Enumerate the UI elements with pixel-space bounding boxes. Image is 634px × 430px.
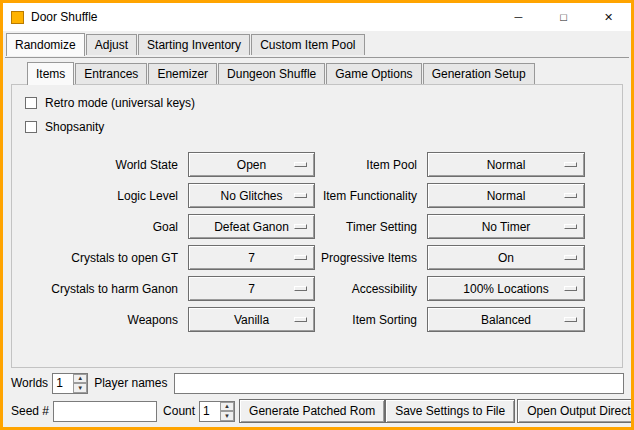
dropdown-indicator-icon bbox=[564, 255, 577, 260]
dropdown-value: Balanced bbox=[481, 313, 531, 327]
primary-tab-bar: Randomize Adjust Starting Inventory Cust… bbox=[3, 33, 631, 55]
dropdown-value: Vanilla bbox=[234, 313, 269, 327]
count-spin-up-button[interactable]: ▲ bbox=[220, 402, 234, 412]
spinner-arrows: ▲ ▼ bbox=[73, 374, 87, 393]
maximize-icon: □ bbox=[560, 12, 567, 23]
generate-patched-rom-button[interactable]: Generate Patched Rom bbox=[239, 399, 385, 423]
form-row: Logic Level No Glitches Item Functionali… bbox=[20, 180, 622, 211]
secondary-tab-bar: Items Entrances Enemizer Dungeon Shuffle… bbox=[5, 62, 629, 84]
tab-adjust[interactable]: Adjust bbox=[86, 34, 137, 55]
item-functionality-label: Item Functionality bbox=[315, 189, 427, 203]
goal-dropdown[interactable]: Defeat Ganon bbox=[188, 214, 315, 239]
tab-generation-setup[interactable]: Generation Setup bbox=[423, 63, 535, 84]
dropdown-indicator-icon bbox=[294, 286, 307, 291]
weapons-label: Weapons bbox=[20, 313, 188, 327]
tab-entrances[interactable]: Entrances bbox=[75, 63, 147, 84]
count-spin-down-button[interactable]: ▼ bbox=[220, 411, 234, 421]
form-row: Goal Defeat Ganon Timer Setting No Timer bbox=[20, 211, 622, 242]
dropdown-value: On bbox=[498, 251, 514, 265]
close-icon: ✕ bbox=[604, 12, 613, 23]
worlds-spin-up-button[interactable]: ▲ bbox=[73, 374, 87, 384]
dropdown-indicator-icon bbox=[294, 317, 307, 322]
item-sorting-label: Item Sorting bbox=[315, 313, 427, 327]
shopsanity-checkbox[interactable] bbox=[25, 121, 37, 133]
count-label: Count bbox=[163, 404, 195, 418]
dropdown-indicator-icon bbox=[564, 317, 577, 322]
count-value: 1 bbox=[200, 402, 220, 421]
window: Door Shuffle ─ □ ✕ Randomize Adjust Star… bbox=[0, 0, 634, 430]
world-state-dropdown[interactable]: Open bbox=[188, 152, 315, 177]
app-icon bbox=[11, 11, 24, 24]
dropdown-value: Open bbox=[237, 158, 266, 172]
save-settings-button[interactable]: Save Settings to File bbox=[385, 399, 515, 423]
open-output-directory-button[interactable]: Open Output Directory bbox=[517, 399, 634, 423]
retro-mode-label: Retro mode (universal keys) bbox=[45, 96, 195, 110]
dropdown-indicator-icon bbox=[564, 162, 577, 167]
seed-input[interactable] bbox=[53, 401, 157, 422]
weapons-dropdown[interactable]: Vanilla bbox=[188, 307, 315, 332]
maximize-button[interactable]: □ bbox=[541, 3, 586, 31]
tab-starting-inventory[interactable]: Starting Inventory bbox=[138, 34, 250, 55]
dropdown-value: Normal bbox=[487, 158, 526, 172]
count-spinner[interactable]: 1 ▲ ▼ bbox=[199, 401, 235, 422]
form-row: Crystals to open GT 7 Progressive Items … bbox=[20, 242, 622, 273]
settings-form: World State Open Item Pool Normal Logic … bbox=[20, 149, 622, 335]
form-row: Crystals to harm Ganon 7 Accessibility 1… bbox=[20, 273, 622, 304]
player-names-label: Player names bbox=[94, 376, 167, 390]
spin-down-icon: ▼ bbox=[224, 413, 230, 419]
crystals-ganon-label: Crystals to harm Ganon bbox=[20, 282, 188, 296]
accessibility-label: Accessibility bbox=[315, 282, 427, 296]
worlds-value: 1 bbox=[53, 374, 73, 393]
worlds-spinner[interactable]: 1 ▲ ▼ bbox=[52, 373, 88, 394]
accessibility-dropdown[interactable]: 100% Locations bbox=[427, 276, 585, 301]
dropdown-indicator-icon bbox=[564, 224, 577, 229]
item-pool-dropdown[interactable]: Normal bbox=[427, 152, 585, 177]
dropdown-indicator-icon bbox=[564, 193, 577, 198]
timer-setting-dropdown[interactable]: No Timer bbox=[427, 214, 585, 239]
tab-items[interactable]: Items bbox=[27, 62, 74, 85]
window-controls: ─ □ ✕ bbox=[496, 3, 631, 31]
goal-label: Goal bbox=[20, 220, 188, 234]
shopsanity-row: Shopsanity bbox=[20, 115, 622, 139]
timer-setting-label: Timer Setting bbox=[315, 220, 427, 234]
tab-dungeon-shuffle[interactable]: Dungeon Shuffle bbox=[218, 63, 325, 84]
item-functionality-dropdown[interactable]: Normal bbox=[427, 183, 585, 208]
dropdown-indicator-icon bbox=[564, 286, 577, 291]
dropdown-value: No Glitches bbox=[220, 189, 282, 203]
minimize-button[interactable]: ─ bbox=[496, 3, 541, 31]
crystals-gt-dropdown[interactable]: 7 bbox=[188, 245, 315, 270]
tab-randomize[interactable]: Randomize bbox=[6, 33, 85, 56]
spin-up-icon: ▲ bbox=[224, 403, 230, 409]
item-pool-label: Item Pool bbox=[315, 158, 427, 172]
seed-label: Seed # bbox=[11, 404, 49, 418]
dropdown-indicator-icon bbox=[294, 162, 307, 167]
item-sorting-dropdown[interactable]: Balanced bbox=[427, 307, 585, 332]
spin-down-icon: ▼ bbox=[77, 385, 83, 391]
dropdown-value: 7 bbox=[248, 251, 255, 265]
items-pane: Retro mode (universal keys) Shopsanity W… bbox=[11, 84, 623, 368]
retro-mode-checkbox[interactable] bbox=[25, 97, 37, 109]
dropdown-value: Normal bbox=[487, 189, 526, 203]
player-names-input[interactable] bbox=[174, 373, 625, 394]
logic-level-dropdown[interactable]: No Glitches bbox=[188, 183, 315, 208]
spinner-arrows: ▲ ▼ bbox=[220, 402, 234, 421]
close-button[interactable]: ✕ bbox=[586, 3, 631, 31]
progressive-items-dropdown[interactable]: On bbox=[427, 245, 585, 270]
seed-row: Seed # Count 1 ▲ ▼ Generate Patched Rom … bbox=[11, 398, 624, 424]
dropdown-indicator-icon bbox=[294, 255, 307, 260]
retro-mode-row: Retro mode (universal keys) bbox=[20, 91, 622, 115]
spin-up-icon: ▲ bbox=[77, 375, 83, 381]
minimize-icon: ─ bbox=[515, 12, 523, 23]
shopsanity-label: Shopsanity bbox=[45, 120, 104, 134]
worlds-label: Worlds bbox=[11, 376, 48, 390]
crystals-ganon-dropdown[interactable]: 7 bbox=[188, 276, 315, 301]
form-row: Weapons Vanilla Item Sorting Balanced bbox=[20, 304, 622, 335]
dropdown-value: 7 bbox=[248, 282, 255, 296]
worlds-spin-down-button[interactable]: ▼ bbox=[73, 383, 87, 393]
randomize-pane: Items Entrances Enemizer Dungeon Shuffle… bbox=[5, 57, 629, 425]
tab-game-options[interactable]: Game Options bbox=[326, 63, 421, 84]
tab-enemizer[interactable]: Enemizer bbox=[148, 63, 217, 84]
tab-custom-item-pool[interactable]: Custom Item Pool bbox=[251, 34, 364, 55]
crystals-gt-label: Crystals to open GT bbox=[20, 251, 188, 265]
progressive-items-label: Progressive Items bbox=[315, 251, 427, 265]
